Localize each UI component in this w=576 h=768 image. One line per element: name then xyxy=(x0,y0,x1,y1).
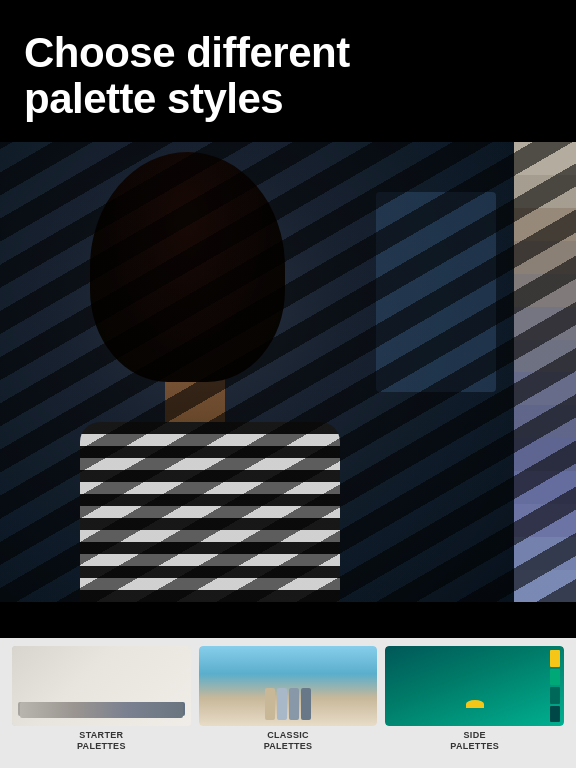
thumbnails-row: STARTER PALETTES CLASSIC PALETTES xyxy=(0,638,576,768)
thumb-img-starter xyxy=(12,646,191,726)
thumb-img-side xyxy=(385,646,564,726)
thumb-label-side: SIDE PALETTES xyxy=(450,730,499,752)
portrait-bg xyxy=(0,142,576,602)
thumbnail-starter[interactable]: STARTER PALETTES xyxy=(12,646,191,752)
thumb-img-classic xyxy=(199,646,378,726)
main-image-area xyxy=(0,142,576,602)
header: Choose different palette styles xyxy=(0,0,576,142)
thumbnail-side[interactable]: SIDE PALETTES xyxy=(385,646,564,752)
portrait-shadow xyxy=(0,142,576,602)
page-title: Choose different palette styles xyxy=(24,30,552,122)
thumb-label-starter: STARTER PALETTES xyxy=(77,730,126,752)
thumb-label-classic: CLASSIC PALETTES xyxy=(264,730,313,752)
thumbnail-classic[interactable]: CLASSIC PALETTES xyxy=(199,646,378,752)
